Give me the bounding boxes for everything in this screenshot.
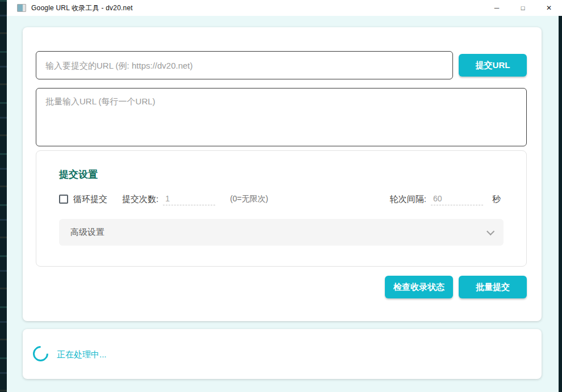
interval-unit: 秒 [492,194,501,205]
url-input[interactable] [36,51,453,79]
loop-checkbox-label: 循环提交 [73,194,107,205]
desktop-background-right [559,16,562,392]
times-input[interactable] [163,193,215,205]
interval-input[interactable] [431,193,483,205]
minimize-button[interactable]: ─ [484,0,510,16]
main-panel: 提交URL 提交设置 循环提交 提交次数: (0=无限次) 轮次间隔: 秒 高级… [23,27,542,321]
loop-checkbox[interactable] [59,195,68,204]
settings-row: 循环提交 提交次数: (0=无限次) 轮次间隔: 秒 [59,192,501,206]
app-icon [17,4,26,12]
interval-group: 轮次间隔: 秒 [390,193,501,205]
interval-label: 轮次间隔: [390,194,426,205]
window-title: Google URL 收录工具 - dv20.net [31,3,133,13]
desktop-background-left [0,0,7,392]
check-index-status-button[interactable]: 检查收录状态 [385,276,453,298]
submit-url-button[interactable]: 提交URL [459,54,527,77]
batch-submit-button[interactable]: 批量提交 [459,276,527,298]
advanced-settings-label: 高级设置 [70,227,104,238]
times-hint: (0=无限次) [230,194,268,204]
settings-heading: 提交设置 [59,168,98,181]
settings-panel: 提交设置 循环提交 提交次数: (0=无限次) 轮次间隔: 秒 高级设置 [36,150,527,267]
close-button[interactable]: ✕ [536,0,562,16]
status-panel: 正在处理中... [23,329,542,379]
loading-spinner-icon [30,343,51,364]
times-label: 提交次数: [122,194,158,205]
titlebar: Google URL 收录工具 - dv20.net ─ □ ✕ [7,0,562,16]
window-controls: ─ □ ✕ [484,0,562,16]
chevron-down-icon [486,227,494,235]
advanced-settings-toggle[interactable]: 高级设置 [59,219,504,246]
maximize-button[interactable]: □ [510,0,536,16]
batch-url-textarea[interactable] [36,88,527,146]
status-message: 正在处理中... [57,349,107,360]
